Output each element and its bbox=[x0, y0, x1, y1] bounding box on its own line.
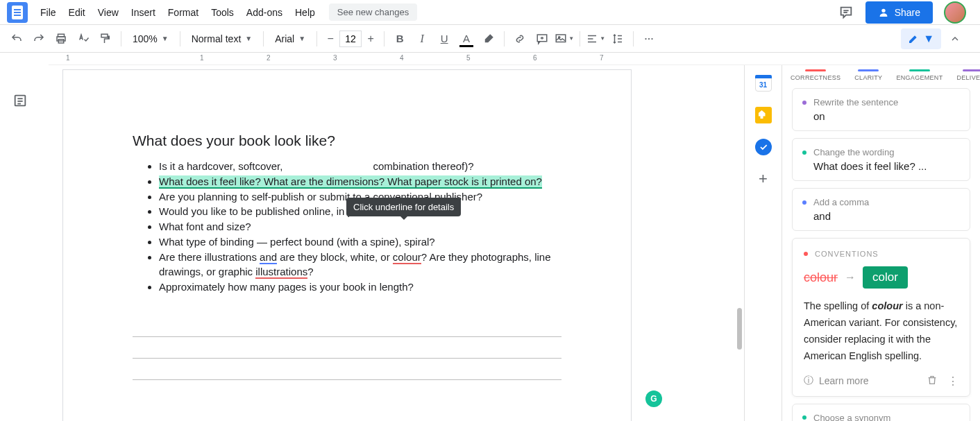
trash-icon[interactable] bbox=[927, 375, 938, 388]
category-dot-icon bbox=[802, 101, 806, 105]
suggestion-title: Add a comma bbox=[813, 197, 869, 207]
document-heading[interactable]: What does your book look like? bbox=[133, 132, 561, 149]
tab-clarity[interactable]: CLARITY bbox=[854, 69, 882, 81]
menu-view[interactable]: View bbox=[92, 4, 124, 21]
grammar-highlight[interactable]: What does it feel like? What are the dim… bbox=[159, 175, 542, 189]
share-button[interactable]: Share bbox=[865, 1, 933, 24]
pencil-icon bbox=[908, 33, 919, 44]
line-spacing-button[interactable] bbox=[608, 29, 627, 49]
grammar-underline[interactable]: and bbox=[260, 251, 277, 264]
chevron-down-icon: ▼ bbox=[245, 35, 252, 42]
svg-rect-10 bbox=[556, 35, 566, 42]
tooltip: Click underline for details bbox=[346, 198, 461, 216]
list-item[interactable]: What does it feel like? What are the dim… bbox=[159, 174, 561, 189]
suggestion-card[interactable]: Add a comma and bbox=[792, 188, 970, 231]
print-button[interactable] bbox=[51, 29, 71, 49]
keep-app-icon[interactable] bbox=[755, 107, 772, 123]
list-item[interactable]: Are there illustrations and are they blo… bbox=[159, 250, 561, 280]
zoom-select[interactable]: 100%▼ bbox=[127, 29, 174, 49]
document-page[interactable]: What does your book look like? Is it a h… bbox=[62, 69, 632, 421]
add-apps-button[interactable]: + bbox=[755, 171, 772, 187]
font-select[interactable]: Arial▼ bbox=[269, 29, 311, 49]
arrow-icon: → bbox=[845, 271, 856, 284]
paint-format-button[interactable] bbox=[96, 29, 115, 49]
svg-point-20 bbox=[652, 37, 653, 39]
menu-insert[interactable]: Insert bbox=[126, 4, 161, 21]
suggestion-card[interactable]: Rewrite the sentence on bbox=[792, 88, 970, 131]
suggestion-title: Rewrite the sentence bbox=[813, 97, 898, 108]
menu-format[interactable]: Format bbox=[162, 4, 204, 21]
menu-file[interactable]: File bbox=[35, 4, 62, 21]
menu-tools[interactable]: Tools bbox=[205, 4, 239, 21]
side-panel: 31 + bbox=[744, 65, 782, 421]
insert-image-button[interactable]: ▼ bbox=[555, 29, 574, 49]
menu-addons[interactable]: Add-ons bbox=[241, 4, 288, 21]
suggestion-card[interactable]: Choose a synonym illustrations bbox=[792, 404, 970, 421]
share-label: Share bbox=[895, 7, 920, 18]
category-dot-icon bbox=[802, 415, 806, 420]
highlight-button[interactable] bbox=[479, 29, 498, 49]
more-tools-button[interactable] bbox=[639, 29, 659, 49]
list-item[interactable]: What type of binding — perfect bound (wi… bbox=[159, 234, 561, 250]
ruler[interactable]: 1 1 2 3 4 5 6 7 bbox=[49, 53, 980, 65]
zoom-value: 100% bbox=[133, 33, 158, 44]
undo-button[interactable] bbox=[7, 29, 26, 49]
suggestion-card[interactable]: Change the wording What does it feel lik… bbox=[792, 138, 970, 181]
tasks-app-icon[interactable] bbox=[755, 139, 772, 155]
suggestion-explanation: The spelling of colour is a non-American… bbox=[804, 298, 958, 365]
tab-engagement[interactable]: ENGAGEMENT bbox=[896, 69, 943, 81]
more-options-icon[interactable]: ⋮ bbox=[947, 375, 958, 388]
menu-help[interactable]: Help bbox=[289, 4, 321, 21]
apply-suggestion-button[interactable]: color bbox=[863, 266, 908, 289]
decrease-font-button[interactable]: − bbox=[323, 31, 338, 47]
suggestion-title: Choose a synonym bbox=[813, 413, 890, 421]
person-icon bbox=[878, 7, 889, 18]
category-label: CONVENTIONS bbox=[815, 250, 879, 258]
redo-button[interactable] bbox=[29, 29, 49, 49]
align-button[interactable]: ▼ bbox=[586, 29, 605, 49]
horizontal-rule bbox=[133, 336, 561, 337]
insert-comment-button[interactable] bbox=[532, 29, 552, 49]
category-dot-icon bbox=[802, 200, 806, 205]
chevron-down-icon: ▼ bbox=[600, 35, 605, 42]
editing-mode-button[interactable]: ▼ bbox=[901, 28, 941, 49]
list-item[interactable]: What font and size? bbox=[159, 219, 561, 234]
comments-icon[interactable] bbox=[838, 4, 854, 21]
spellcheck-button[interactable] bbox=[74, 29, 93, 49]
tab-correctness[interactable]: CORRECTNESS bbox=[791, 69, 840, 81]
list-item[interactable]: Approximately how many pages is your boo… bbox=[159, 280, 561, 295]
horizontal-rule bbox=[133, 358, 561, 359]
suggestion-text: What does it feel like? ... bbox=[813, 160, 960, 172]
collapse-toolbar-button[interactable] bbox=[947, 31, 963, 47]
docs-logo-icon[interactable] bbox=[7, 2, 28, 23]
tab-delivery[interactable]: DELIVERY bbox=[956, 69, 980, 81]
scrollbar[interactable] bbox=[737, 308, 742, 350]
user-avatar[interactable] bbox=[944, 1, 966, 24]
menu-edit[interactable]: Edit bbox=[63, 4, 91, 21]
italic-button[interactable]: I bbox=[412, 29, 432, 49]
document-outline-button[interactable] bbox=[12, 93, 29, 110]
chevron-down-icon: ▼ bbox=[923, 33, 934, 45]
bold-button[interactable]: B bbox=[390, 29, 409, 49]
list-item[interactable]: Is it a hardcover, softcover, or ebook (… bbox=[159, 159, 561, 174]
svg-rect-6 bbox=[101, 34, 108, 37]
chevron-down-icon: ▼ bbox=[298, 35, 305, 42]
grammarly-icon[interactable]: G bbox=[645, 390, 662, 407]
increase-font-button[interactable]: + bbox=[363, 31, 378, 47]
style-value: Normal text bbox=[192, 33, 242, 44]
category-dot-icon bbox=[802, 151, 806, 155]
grammar-panel: CORRECTNESS CLARITY ENGAGEMENT DELIVERY … bbox=[782, 65, 980, 421]
calendar-app-icon[interactable]: 31 bbox=[755, 75, 772, 92]
horizontal-rule bbox=[133, 379, 561, 380]
info-icon: ⓘ bbox=[804, 375, 813, 387]
learn-more-link[interactable]: Learn more bbox=[819, 375, 869, 386]
grammar-underline[interactable]: colour bbox=[393, 251, 421, 264]
font-size-input[interactable]: 12 bbox=[339, 31, 362, 47]
suggestion-card-expanded[interactable]: CONVENTIONS colour → color The spelling … bbox=[792, 238, 970, 397]
see-new-changes-button[interactable]: See new changes bbox=[329, 3, 417, 21]
underline-button[interactable]: U bbox=[434, 29, 454, 49]
text-color-button[interactable]: A bbox=[457, 29, 476, 49]
grammar-underline[interactable]: illustrations bbox=[255, 266, 307, 279]
paragraph-style-select[interactable]: Normal text▼ bbox=[186, 29, 257, 49]
insert-link-button[interactable] bbox=[510, 29, 530, 49]
